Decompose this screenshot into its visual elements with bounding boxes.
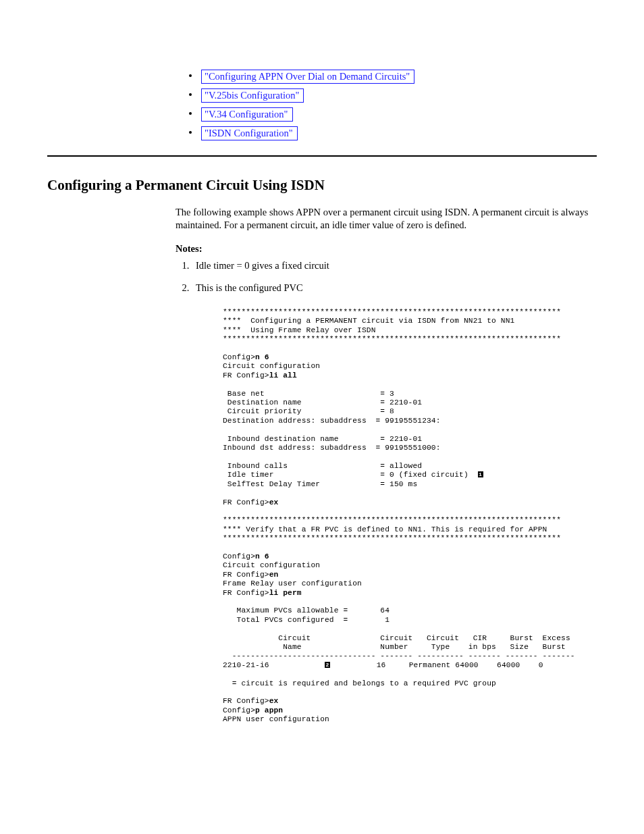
toc-item: "V.25bis Configuration" — [189, 86, 597, 104]
toc-list: "Configuring APPN Over Dial on Demand Ci… — [176, 68, 597, 142]
note-item: This is the configured PVC — [192, 282, 597, 294]
callout-2-icon: 2 — [325, 662, 330, 668]
intro-paragraph: The following example shows APPN over a … — [176, 206, 597, 232]
notes-list: Idle timer = 0 gives a fixed circuit Thi… — [176, 259, 597, 294]
toc-link-v25bis[interactable]: "V.25bis Configuration" — [201, 88, 304, 103]
toc-item: "ISDN Configuration" — [189, 124, 597, 142]
toc-link-isdn[interactable]: "ISDN Configuration" — [201, 126, 298, 140]
callout-1-icon: 1 — [478, 471, 483, 477]
section-heading: Configuring a Permanent Circuit Using IS… — [47, 177, 597, 194]
toc-item: "V.34 Configuration" — [189, 105, 597, 123]
notes-label: Notes: — [176, 242, 597, 255]
toc-link-dial-on-demand[interactable]: "Configuring APPN Over Dial on Demand Ci… — [201, 70, 414, 84]
toc-item: "Configuring APPN Over Dial on Demand Ci… — [189, 68, 597, 85]
section-divider — [47, 155, 597, 157]
terminal-output: ****************************************… — [223, 308, 597, 725]
note-item: Idle timer = 0 gives a fixed circuit — [192, 259, 597, 272]
toc-link-v34[interactable]: "V.34 Configuration" — [201, 107, 293, 122]
